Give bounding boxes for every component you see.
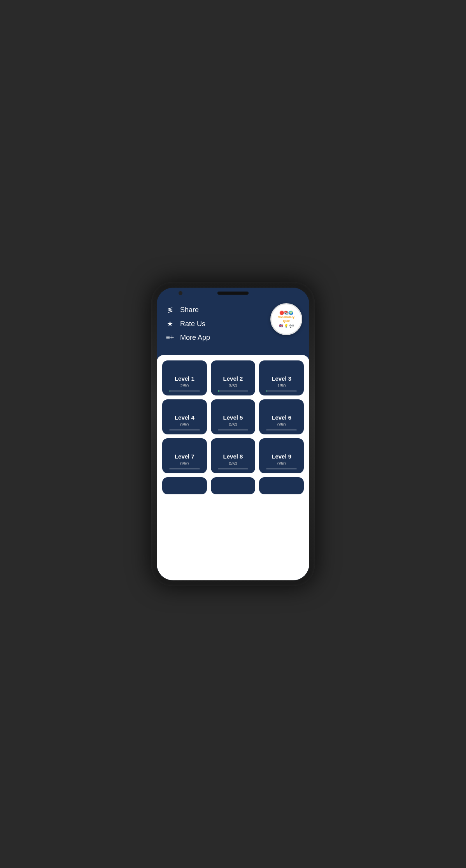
level-name-9: Level 9 xyxy=(272,453,291,460)
level-progress-fill-1 xyxy=(169,390,170,392)
quiz-logo-extra: 🇬🇧 💡 💬 xyxy=(278,324,295,328)
level-name-6: Level 6 xyxy=(272,414,291,421)
level-progress-bar-5 xyxy=(218,429,249,430)
level-score-6: 0/50 xyxy=(277,422,286,427)
rate-label: Rate Us xyxy=(180,320,205,328)
list-plus-icon: ≡+ xyxy=(165,334,175,342)
star-icon: ★ xyxy=(165,320,175,328)
nav-area: ≶ Share ★ Rate Us ≡+ More App 🔴📚🌍 Vocabu… xyxy=(157,299,309,353)
level-score-1: 2/50 xyxy=(180,383,189,388)
level-name-7: Level 7 xyxy=(175,453,194,460)
level-name-4: Level 4 xyxy=(175,414,194,421)
speaker xyxy=(217,292,249,295)
level-score-4: 0/50 xyxy=(180,422,189,427)
quiz-logo-text-line1: Vocabulary xyxy=(278,315,295,319)
level-name-1: Level 1 xyxy=(175,375,194,382)
level-card-1[interactable]: Level 1 2/50 xyxy=(162,360,207,395)
level-progress-bar-4 xyxy=(169,429,200,430)
level-score-9: 0/50 xyxy=(277,461,286,466)
level-progress-bar-7 xyxy=(169,468,200,469)
phone-inner: ≶ Share ★ Rate Us ≡+ More App 🔴📚🌍 Vocabu… xyxy=(157,288,309,580)
quiz-logo-icons: 🔴📚🌍 xyxy=(278,311,295,315)
more-app-label: More App xyxy=(180,334,210,342)
level-card-2[interactable]: Level 2 3/50 xyxy=(211,360,256,395)
level-progress-bar-1 xyxy=(169,390,200,392)
camera xyxy=(179,291,182,295)
level-progress-bar-3 xyxy=(266,390,297,392)
quiz-logo-text-line2: Quiz xyxy=(278,319,295,323)
level-card-7[interactable]: Level 7 0/50 xyxy=(162,438,207,473)
level-progress-bar-2 xyxy=(218,390,249,392)
level-card-3[interactable]: Level 3 1/50 xyxy=(259,360,304,395)
more-app-nav-item[interactable]: ≡+ More App xyxy=(165,334,301,342)
level-name-2: Level 2 xyxy=(223,375,243,382)
level-card-12[interactable] xyxy=(259,477,304,494)
app-screen: ≶ Share ★ Rate Us ≡+ More App 🔴📚🌍 Vocabu… xyxy=(157,299,309,580)
level-card-9[interactable]: Level 9 0/50 xyxy=(259,438,304,473)
level-progress-fill-2 xyxy=(218,390,220,392)
phone-frame: ≶ Share ★ Rate Us ≡+ More App 🔴📚🌍 Vocabu… xyxy=(151,282,315,586)
level-name-5: Level 5 xyxy=(223,414,243,421)
level-score-5: 0/50 xyxy=(229,422,237,427)
level-progress-bar-8 xyxy=(218,468,249,469)
level-score-2: 3/50 xyxy=(229,383,237,388)
phone-top-bar xyxy=(157,288,309,299)
levels-grid: Level 1 2/50 Level 2 3/50 Level 3 1/50 L… xyxy=(162,360,304,494)
level-score-8: 0/50 xyxy=(229,461,237,466)
level-card-6[interactable]: Level 6 0/50 xyxy=(259,399,304,434)
level-card-4[interactable]: Level 4 0/50 xyxy=(162,399,207,434)
level-score-3: 1/50 xyxy=(277,383,286,388)
level-card-11[interactable] xyxy=(211,477,256,494)
level-name-8: Level 8 xyxy=(223,453,243,460)
quiz-logo-inner: 🔴📚🌍 Vocabulary Quiz 🇬🇧 💡 💬 xyxy=(277,309,296,329)
level-card-5[interactable]: Level 5 0/50 xyxy=(211,399,256,434)
quiz-logo: 🔴📚🌍 Vocabulary Quiz 🇬🇧 💡 💬 xyxy=(270,303,302,335)
level-score-7: 0/50 xyxy=(180,461,189,466)
level-card-8[interactable]: Level 8 0/50 xyxy=(211,438,256,473)
share-icon: ≶ xyxy=(165,306,175,314)
level-progress-bar-9 xyxy=(266,468,297,469)
share-label: Share xyxy=(180,306,199,314)
level-name-3: Level 3 xyxy=(272,375,291,382)
main-content: Level 1 2/50 Level 2 3/50 Level 3 1/50 L… xyxy=(157,355,309,580)
level-card-10[interactable] xyxy=(162,477,207,494)
level-progress-bar-6 xyxy=(266,429,297,430)
level-progress-fill-3 xyxy=(266,390,267,392)
